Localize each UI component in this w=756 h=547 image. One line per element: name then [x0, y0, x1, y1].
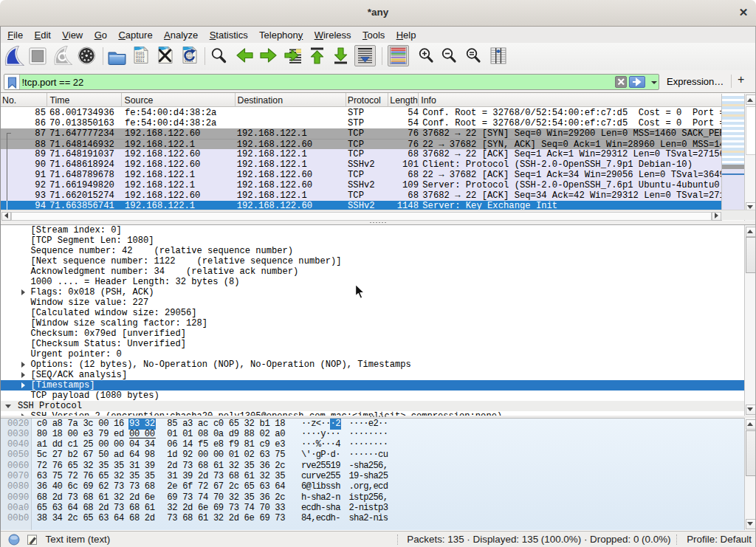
svg-text:0011: 0011 [136, 59, 145, 63]
